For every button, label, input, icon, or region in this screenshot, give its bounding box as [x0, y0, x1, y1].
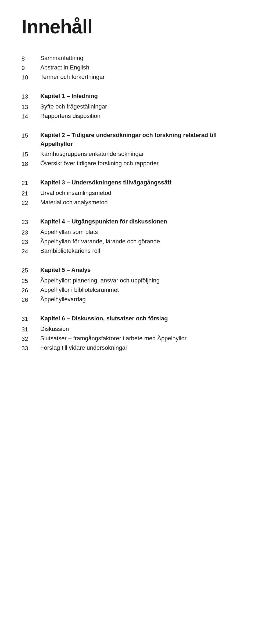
toc-item-label: Äppelhyllor i biblioteksrummet: [40, 285, 236, 294]
toc-item-label: Abstract in English: [40, 63, 236, 72]
toc-chapter-label: Kapitel 2 – Tidigare undersökningar och …: [40, 131, 236, 148]
page-number: 15: [22, 149, 40, 159]
toc-item-label: Äppelhyllor: planering, ansvar och uppfö…: [40, 276, 236, 285]
toc-entry-syfte: 13 Syfte och frågeställningar: [22, 102, 236, 111]
toc-item-label: Urval och insamlingsmetod: [40, 188, 236, 197]
toc-entry-slutsatser: 32 Slutsatser – framgångsfaktorer i arbe…: [22, 334, 236, 343]
toc-item-label: Slutsatser – framgångsfaktorer i arbete …: [40, 334, 236, 343]
toc-item-label: Översikt över tidigare forskning och rap…: [40, 159, 236, 168]
page-number: 24: [22, 246, 40, 256]
toc-entry-chapter6: 31 Kapitel 6 – Diskussion, slutsatser oc…: [22, 314, 236, 323]
toc-item-label: Material och analysmetod: [40, 198, 236, 207]
page-number: 33: [22, 343, 40, 353]
toc-item-label: Rapportens disposition: [40, 111, 236, 120]
toc-entry-chapter3: 21 Kapitel 3 – Undersökningens tillvägag…: [22, 178, 236, 187]
page-number: 14: [22, 111, 40, 121]
toc-entry-karnhus: 15 Kärnhusgruppens enkätundersökningar: [22, 149, 236, 159]
page-number: 23: [22, 217, 40, 226]
page-number: 32: [22, 334, 40, 343]
toc-chapter-label: Kapitel 6 – Diskussion, slutsatser och f…: [40, 314, 236, 323]
toc-entry-oversikt: 18 Översikt över tidigare forskning och …: [22, 159, 236, 168]
toc-entry-urval: 21 Urval och insamlingsmetod: [22, 188, 236, 198]
toc-entry-appelhyllan-varande: 23 Äppelhyllan för varande, lärande och …: [22, 237, 236, 246]
page-number: 21: [22, 178, 40, 187]
toc-item-label: Förslag till vidare undersökningar: [40, 343, 236, 352]
toc-item-label: Sammanfattning: [40, 54, 236, 62]
toc-entry-barnbibliotekariens: 24 Barnbibliotekariens roll: [22, 246, 236, 256]
page-number: 26: [22, 295, 40, 304]
toc-item-label: Termer och förkortningar: [40, 72, 236, 81]
toc-entry-appelhyllor-planering: 25 Äppelhyllor: planering, ansvar och up…: [22, 276, 236, 285]
toc-entry-chapter4: 23 Kapitel 4 – Utgångspunkten för diskus…: [22, 217, 236, 226]
toc-item-label: Syfte och frågeställningar: [40, 102, 236, 111]
toc-item-label: Äppelhyllan som plats: [40, 228, 236, 236]
page-number: 31: [22, 314, 40, 323]
toc-entry-diskussion: 31 Diskussion: [22, 324, 236, 334]
toc-entry-abstract: 9 Abstract in English: [22, 63, 236, 72]
page-number: 10: [22, 72, 40, 82]
page-number: 25: [22, 276, 40, 285]
toc-item-label: Kärnhusgruppens enkätundersökningar: [40, 149, 236, 158]
page-number: 23: [22, 228, 40, 237]
toc-entry-sammanfattning: 8 Sammanfattning: [22, 54, 236, 63]
toc-item-label: Diskussion: [40, 324, 236, 333]
page-title: Innehåll: [22, 16, 236, 37]
toc-item-label: Äppelhyllan för varande, lärande och gör…: [40, 237, 236, 246]
page-number: 13: [22, 92, 40, 101]
page-number: 23: [22, 237, 40, 246]
page-number: 21: [22, 188, 40, 198]
toc-chapter-label: Kapitel 3 – Undersökningens tillvägagång…: [40, 178, 236, 187]
toc-chapter-label: Kapitel 1 – Inledning: [40, 92, 236, 100]
toc-entry-appelhyllan-plats: 23 Äppelhyllan som plats: [22, 228, 236, 237]
page-number: 22: [22, 198, 40, 207]
page-number: 18: [22, 159, 40, 168]
toc-chapter-label: Kapitel 5 – Analys: [40, 265, 236, 274]
toc-entry-appelhyllor-bibliotek: 26 Äppelhyllor i biblioteksrummet: [22, 285, 236, 295]
toc-entry-chapter1: 13 Kapitel 1 – Inledning: [22, 92, 236, 101]
toc-item-label: Barnbibliotekariens roll: [40, 246, 236, 255]
toc-container: 8 Sammanfattning 9 Abstract in English 1…: [22, 54, 236, 353]
toc-entry-chapter2: 15 Kapitel 2 – Tidigare undersökningar o…: [22, 131, 236, 148]
toc-chapter-label: Kapitel 4 – Utgångspunkten för diskussio…: [40, 217, 236, 226]
toc-entry-appelhyllevardag: 26 Äppelhyllevardag: [22, 295, 236, 304]
page-number: 9: [22, 63, 40, 72]
toc-entry-material: 22 Material och analysmetod: [22, 198, 236, 207]
page-number: 8: [22, 54, 40, 63]
page-number: 25: [22, 265, 40, 275]
toc-entry-rapportens: 14 Rapportens disposition: [22, 111, 236, 121]
toc-entry-forslag: 33 Förslag till vidare undersökningar: [22, 343, 236, 353]
toc-entry-chapter5: 25 Kapitel 5 – Analys: [22, 265, 236, 275]
page-number: 15: [22, 131, 40, 140]
page-number: 31: [22, 324, 40, 334]
page-number: 26: [22, 285, 40, 295]
toc-entry-termer: 10 Termer och förkortningar: [22, 72, 236, 82]
page-number: 13: [22, 102, 40, 111]
toc-item-label: Äppelhyllevardag: [40, 295, 236, 304]
